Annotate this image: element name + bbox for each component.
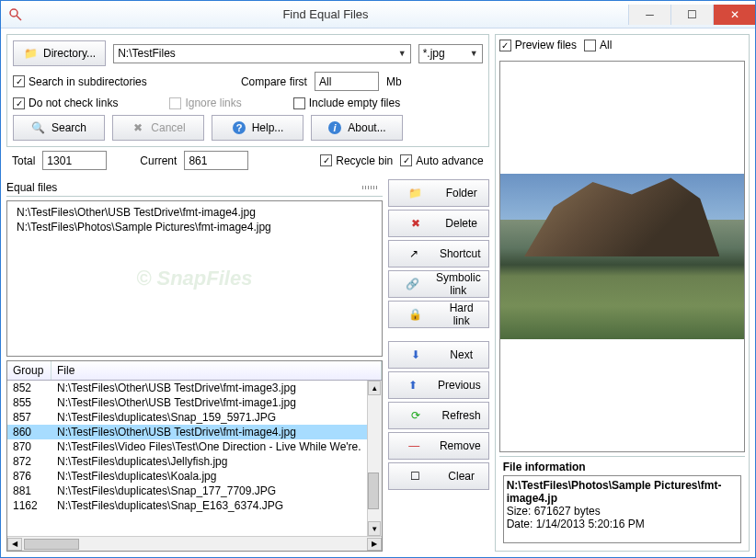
arrow-up-icon: ⬆ [396, 378, 430, 393]
folder-label: Folder [442, 187, 481, 199]
no-check-links-label: Do not check links [29, 97, 118, 109]
table-row[interactable]: 872N:\TestFiles\duplicates\Jellyfish.jpg [7, 454, 367, 469]
preview-all-check[interactable]: All [584, 39, 612, 51]
col-file[interactable]: File [52, 361, 382, 380]
titlebar: Find Equal Files ─ ☐ ✕ [1, 1, 755, 28]
scroll-right-icon[interactable]: ▶ [367, 538, 382, 551]
arrow-down-icon: ⬇ [396, 347, 435, 362]
svg-line-1 [17, 16, 21, 20]
fileinfo-date: Date: 1/14/2013 5:20:16 PM [507, 518, 738, 530]
scroll-down-icon[interactable]: ▼ [368, 521, 381, 536]
table-row[interactable]: 1162N:\TestFiles\duplicates\Snap_E163_63… [7, 498, 367, 513]
include-empty-label: Include empty files [309, 97, 400, 109]
window-title: Find Equal Files [23, 7, 628, 21]
directory-value: N:\TestFiles [118, 47, 176, 60]
directory-button[interactable]: 📁 Directory... [13, 40, 106, 66]
chevron-down-icon: ▼ [470, 49, 478, 58]
previous-button[interactable]: ⬆Previous [388, 371, 489, 399]
minimize-button[interactable]: ─ [628, 5, 670, 25]
close-button[interactable]: ✕ [713, 5, 755, 25]
gripper-icon[interactable] [362, 186, 377, 189]
recycle-bin-check[interactable]: ✓ Recycle bin [320, 154, 393, 167]
cell-file: N:\TestFiles\Other\USB TestDrive\fmt-ima… [52, 381, 367, 395]
check-icon [584, 40, 596, 51]
table-row[interactable]: 855N:\TestFiles\Other\USB TestDrive\fmt-… [7, 395, 367, 410]
search-button[interactable]: 🔍 Search [13, 115, 105, 141]
equal-files-list[interactable]: N:\TestFiles\Other\USB TestDrive\fmt-ima… [6, 200, 383, 357]
folder-icon: 📁 [23, 46, 38, 61]
horizontal-scrollbar[interactable]: ◀ ▶ [7, 536, 382, 551]
about-button-label: About... [348, 121, 385, 134]
next-button[interactable]: ⬇Next [388, 341, 489, 369]
auto-advance-label: Auto advance [416, 154, 483, 167]
vertical-scrollbar[interactable]: ▲ ▼ [367, 381, 382, 536]
equal-file-row[interactable]: N:\TestFiles\Other\USB TestDrive\fmt-ima… [9, 205, 380, 220]
symlink-icon: 🔗 [396, 277, 429, 291]
cell-group: 852 [7, 381, 52, 395]
col-group[interactable]: Group [7, 361, 52, 380]
fileinfo-size: Size: 671627 bytes [507, 505, 738, 518]
clear-button[interactable]: ☐Clear [388, 462, 489, 490]
preview-all-label: All [600, 39, 612, 51]
table-row[interactable]: 857N:\TestFiles\duplicates\Snap_159_5971… [7, 410, 367, 425]
fileinfo-label: File information [503, 461, 741, 473]
cell-file: N:\TestFiles\Other\USB TestDrive\fmt-ima… [52, 425, 367, 439]
cell-group: 855 [7, 395, 52, 410]
include-empty-check[interactable]: Include empty files [293, 97, 400, 109]
cell-group: 1162 [7, 498, 52, 513]
preview-files-check[interactable]: ✓ Preview files [499, 39, 577, 51]
equal-files-label: Equal files [6, 181, 57, 194]
scroll-left-icon[interactable]: ◀ [7, 538, 22, 551]
hardlink-button[interactable]: 🔒Hard link [388, 301, 489, 328]
table-row[interactable]: 852N:\TestFiles\Other\USB TestDrive\fmt-… [7, 381, 367, 395]
compare-first-input[interactable]: All [315, 72, 379, 91]
cell-group: 857 [7, 410, 52, 425]
ignore-links-label: Ignore links [185, 97, 241, 109]
equal-files-header: Equal files [6, 179, 383, 197]
remove-icon: — [396, 438, 432, 453]
help-button[interactable]: ? Help... [212, 115, 304, 141]
fileinfo-box: N:\TestFiles\Photos\Sample Pictures\fmt-… [503, 475, 741, 543]
search-subdirs-label: Search in subdirectories [29, 75, 147, 88]
cancel-button: ✖ Cancel [112, 115, 204, 141]
refresh-label: Refresh [442, 409, 481, 422]
clear-label: Clear [442, 470, 481, 483]
auto-advance-check[interactable]: ✓ Auto advance [400, 154, 483, 167]
shortcut-icon: ↗ [396, 246, 432, 261]
scroll-up-icon[interactable]: ▲ [368, 381, 381, 395]
check-icon [293, 97, 305, 109]
table-row[interactable]: 876N:\TestFiles\duplicates\Koala.jpg [7, 469, 367, 484]
table-row[interactable]: 860N:\TestFiles\Other\USB TestDrive\fmt-… [7, 425, 367, 439]
cell-file: N:\TestFiles\duplicates\Snap_E163_6374.J… [52, 498, 367, 513]
groups-table[interactable]: Group File 852N:\TestFiles\Other\USB Tes… [6, 360, 383, 552]
remove-label: Remove [440, 439, 481, 452]
check-icon: ✓ [13, 97, 25, 109]
cancel-icon: ✖ [131, 120, 145, 135]
delete-button[interactable]: ✖Delete [388, 210, 489, 237]
search-subdirs-check[interactable]: ✓ Search in subdirectories [13, 75, 147, 88]
about-button[interactable]: i About... [311, 115, 403, 141]
cell-file: N:\TestFiles\duplicates\Snap_159_5971.JP… [52, 410, 367, 425]
remove-button[interactable]: —Remove [388, 432, 489, 460]
clear-icon: ☐ [396, 469, 435, 484]
refresh-button[interactable]: ⟳Refresh [388, 402, 489, 429]
info-icon: i [327, 120, 342, 135]
cell-group: 870 [7, 439, 52, 454]
table-row[interactable]: 881N:\TestFiles\duplicates\Snap_177_7709… [7, 484, 367, 498]
symlink-button[interactable]: 🔗Symbolic link [388, 270, 489, 298]
check-icon: ✓ [499, 40, 511, 51]
delete-label: Delete [442, 217, 481, 230]
equal-file-row[interactable]: N:\TestFiles\Photos\Sample Pictures\fmt-… [9, 220, 380, 234]
directory-combo[interactable]: N:\TestFiles ▼ [113, 44, 411, 63]
shortcut-button[interactable]: ↗Shortcut [388, 240, 489, 268]
maximize-button[interactable]: ☐ [670, 5, 713, 25]
no-check-links-check[interactable]: ✓ Do not check links [13, 97, 118, 109]
filter-combo[interactable]: *.jpg ▼ [418, 44, 483, 63]
compare-first-label: Compare first [241, 75, 307, 88]
table-row[interactable]: 870N:\TestFiles\Video Files\Test\One Dir… [7, 439, 367, 454]
app-icon [8, 7, 23, 22]
folder-button[interactable]: 📁Folder [388, 179, 489, 207]
check-icon [169, 97, 181, 109]
check-icon: ✓ [400, 154, 412, 166]
chevron-down-icon: ▼ [398, 49, 407, 58]
